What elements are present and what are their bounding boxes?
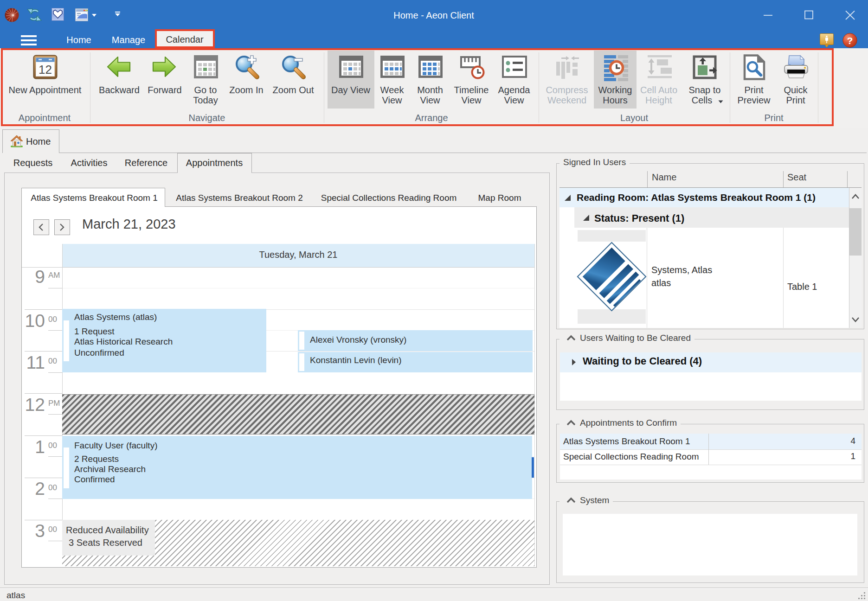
svg-text:12: 12 xyxy=(39,63,52,77)
svg-text:?: ? xyxy=(847,35,853,46)
